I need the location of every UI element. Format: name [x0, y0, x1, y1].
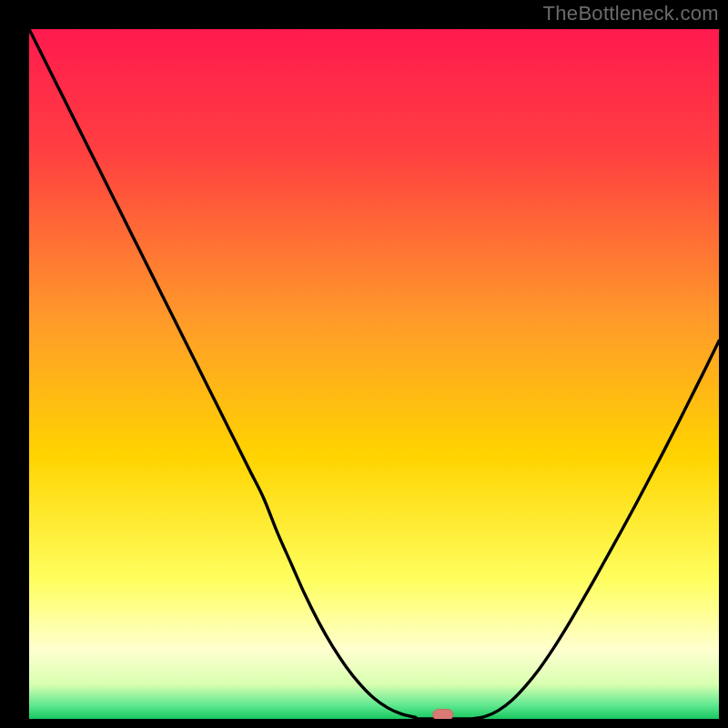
- plot-background-gradient: [29, 29, 719, 719]
- optimal-marker: [433, 709, 453, 720]
- chart-container: { "attribution": "TheBottleneck.com", "c…: [0, 0, 728, 728]
- attribution-text: TheBottleneck.com: [543, 2, 719, 25]
- bottleneck-chart: [0, 0, 728, 728]
